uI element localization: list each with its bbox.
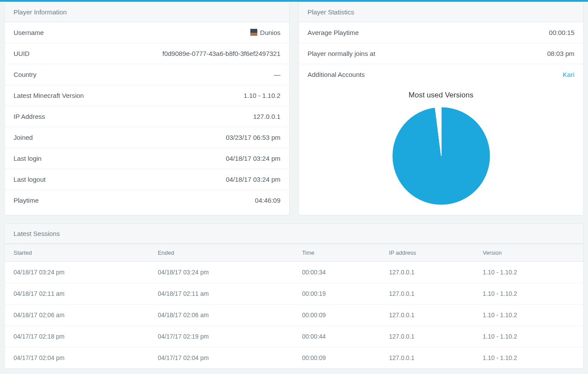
row-ip: IP Address 127.0.0.1 [5,106,289,127]
row-joined: Joined 03/23/17 06:53 pm [5,127,289,148]
row-last-logout: Last logout 04/18/17 03:24 pm [5,169,289,190]
row-last-login: Last login 04/18/17 03:24 pm [5,148,289,169]
value-joined: 03/23/17 06:53 pm [226,134,280,141]
value-normally-joins: 08:03 pm [547,50,574,57]
label-last-logout: Last logout [14,176,45,183]
label-version: Latest Minecraft Version [14,92,84,99]
label-uuid: UUID [14,50,30,57]
table-row: 04/17/17 02:18 pm04/17/17 02:19 pm00:00:… [5,326,583,347]
label-country: Country [14,71,37,78]
link-additional-account[interactable]: Kari [563,71,574,78]
table-row: 04/18/17 02:11 am04/18/17 02:11 am00:00:… [5,283,583,305]
value-version: 1.10 - 1.10.2 [244,92,280,99]
cell-started: 04/17/17 02:04 pm [5,347,149,369]
row-version: Latest Minecraft Version 1.10 - 1.10.2 [5,85,289,106]
table-row: 04/18/17 03:24 pm04/18/17 03:24 pm00:00:… [5,262,583,283]
value-average-playtime: 00:00:15 [549,29,574,36]
cell-started: 04/18/17 03:24 pm [5,262,149,283]
cell-time: 00:00:09 [293,305,380,326]
top-row: Player Information Username Dunios UUID … [4,2,584,215]
cell-ended: 04/18/17 02:11 am [149,283,293,305]
cell-ended: 04/17/17 02:04 pm [149,347,293,369]
col-version: Version [474,244,583,262]
value-country: — [274,71,280,78]
cell-ip: 127.0.0.1 [380,326,474,347]
cell-ip: 127.0.0.1 [380,347,474,369]
chart-wrap [299,102,583,215]
label-additional-accounts: Additional Accounts [308,71,365,78]
cell-ended: 04/18/17 02:06 am [149,305,293,326]
cell-ip: 127.0.0.1 [380,305,474,326]
latest-sessions-panel: Latest Sessions Started Ended Time IP ad… [4,223,584,369]
label-normally-joins: Player normally joins at [308,50,375,57]
player-statistics-header: Player Statistics [299,2,583,22]
cell-started: 04/18/17 02:06 am [5,305,149,326]
player-information-list: Username Dunios UUID f0d9089e-0777-43a6-… [5,22,289,211]
col-started: Started [5,244,149,262]
cell-ended: 04/17/17 02:19 pm [149,326,293,347]
sessions-body: 04/18/17 03:24 pm04/18/17 03:24 pm00:00:… [5,262,583,369]
cell-ip: 127.0.0.1 [380,262,474,283]
row-additional-accounts: Additional Accounts Kari [299,64,583,85]
value-username: Dunios [250,29,280,36]
value-last-logout: 04/18/17 03:24 pm [226,176,280,183]
player-avatar-icon [250,29,257,36]
player-statistics-list: Average Playtime 00:00:15 Player normall… [299,22,583,85]
row-username: Username Dunios [5,22,289,43]
cell-ip: 127.0.0.1 [380,283,474,305]
cell-started: 04/17/17 02:18 pm [5,326,149,347]
latest-sessions-header: Latest Sessions [5,224,583,244]
row-playtime: Playtime 04:46:09 [5,190,289,211]
username-text: Dunios [260,29,280,36]
cell-time: 00:00:44 [293,326,380,347]
label-playtime: Playtime [14,197,39,204]
label-joined: Joined [14,134,33,141]
col-ip: IP address [380,244,474,262]
player-information-panel: Player Information Username Dunios UUID … [4,2,290,215]
row-country: Country — [5,64,289,85]
player-statistics-panel: Player Statistics Average Playtime 00:00… [298,2,584,215]
cell-version: 1.10 - 1.10.2 [474,283,583,305]
value-playtime: 04:46:09 [255,197,280,204]
cell-time: 00:00:09 [293,347,380,369]
cell-version: 1.10 - 1.10.2 [474,305,583,326]
sessions-table: Started Ended Time IP address Version 04… [5,244,583,369]
value-last-login: 04/18/17 03:24 pm [226,155,280,162]
label-last-login: Last login [14,155,42,162]
page: Player Information Username Dunios UUID … [0,2,588,374]
cell-started: 04/18/17 02:11 am [5,283,149,305]
cell-ended: 04/18/17 03:24 pm [149,262,293,283]
cell-version: 1.10 - 1.10.2 [474,347,583,369]
col-time: Time [293,244,380,262]
row-uuid: UUID f0d9089e-0777-43a6-b8f0-3f6ef249732… [5,43,289,64]
value-ip: 127.0.0.1 [253,113,280,120]
cell-version: 1.10 - 1.10.2 [474,262,583,283]
row-average-playtime: Average Playtime 00:00:15 [299,22,583,43]
label-username: Username [14,29,44,36]
table-row: 04/17/17 02:04 pm04/17/17 02:04 pm00:00:… [5,347,583,369]
player-information-header: Player Information [5,2,289,22]
col-ended: Ended [149,244,293,262]
value-uuid: f0d9089e-0777-43a6-b8f0-3f6ef2497321 [163,50,280,57]
label-average-playtime: Average Playtime [308,29,359,36]
sessions-header-row: Started Ended Time IP address Version [5,244,583,262]
cell-version: 1.10 - 1.10.2 [474,326,583,347]
versions-pie-chart [391,106,491,206]
row-normally-joins: Player normally joins at 08:03 pm [299,43,583,64]
cell-time: 00:00:34 [293,262,380,283]
table-row: 04/18/17 02:06 am04/18/17 02:06 am00:00:… [5,305,583,326]
label-ip: IP Address [14,113,45,120]
cell-time: 00:00:19 [293,283,380,305]
chart-title: Most used Versions [299,85,583,102]
